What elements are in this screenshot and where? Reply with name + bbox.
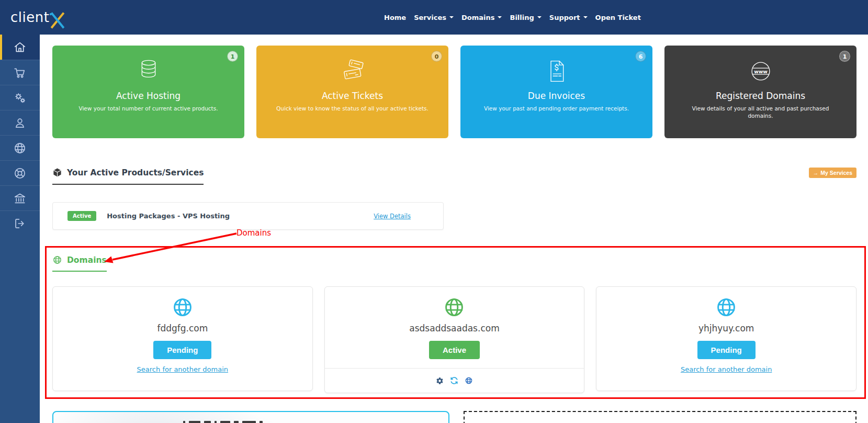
- stat-card-active-hosting[interactable]: 1 Active Hosting View your total number …: [52, 46, 244, 138]
- bank-icon: [13, 192, 27, 205]
- main-nav-menu: Home Services Domains Billing Support Op…: [384, 0, 641, 35]
- domains-section-header: Domains: [52, 255, 856, 272]
- products-section-header: Your Active Products/Services → My Servi…: [52, 168, 856, 185]
- stat-card-due-invoices[interactable]: 6 Due Invoices View your past and pendin…: [460, 46, 652, 138]
- sidebar-item-home[interactable]: [0, 35, 40, 60]
- sidebar-item-store[interactable]: [0, 60, 40, 85]
- home-icon: [13, 40, 27, 54]
- count-badge: 6: [635, 51, 646, 62]
- nav-item-billing[interactable]: Billing: [510, 14, 541, 21]
- cart-icon: [13, 66, 27, 80]
- tickets-icon: [337, 57, 368, 85]
- brand-logo[interactable]: client: [0, 7, 67, 28]
- domain-status-button[interactable]: Active: [429, 341, 480, 359]
- stat-card-registered-domains[interactable]: 1 Registered Domains View details of you…: [664, 46, 856, 138]
- domain-name: fddgfg.com: [53, 323, 312, 333]
- globe-icon: [715, 296, 738, 319]
- stat-card-subtitle: View your total number of current active…: [67, 105, 230, 112]
- products-section-title: Your Active Products/Services: [52, 168, 204, 185]
- domain-card: fddgfg.com Pending Search for another do…: [52, 286, 313, 391]
- chevron-down-icon: [449, 16, 454, 18]
- stat-card-title: Registered Domains: [664, 91, 856, 101]
- nav-item-open-ticket[interactable]: Open Ticket: [595, 14, 641, 21]
- chevron-down-icon: [537, 16, 542, 18]
- chevron-down-icon: [583, 16, 588, 18]
- www-globe-icon: [746, 57, 775, 85]
- promo-card-partial: [52, 411, 449, 423]
- status-badge: Active: [67, 211, 96, 221]
- search-another-domain-link[interactable]: Search for another domain: [596, 365, 856, 373]
- stat-card-title: Active Tickets: [256, 91, 448, 101]
- domain-card: asdsaddsaadas.com Active: [324, 286, 585, 393]
- settings-gears-icon: [13, 91, 27, 105]
- domain-status-button[interactable]: Pending: [153, 341, 211, 359]
- domain-card-footer: [325, 368, 584, 393]
- count-badge: 1: [839, 51, 850, 62]
- database-icon: [134, 57, 163, 85]
- stat-card-title: Due Invoices: [460, 91, 652, 101]
- globe-icon: [443, 296, 466, 319]
- nav-item-home[interactable]: Home: [384, 14, 406, 21]
- nav-item-services[interactable]: Services: [414, 14, 454, 21]
- dashed-placeholder-box: [464, 411, 856, 423]
- top-navbar: client Home Services Domains Billing Sup…: [0, 0, 868, 35]
- nav-item-domains[interactable]: Domains: [461, 14, 502, 21]
- stat-card-active-tickets[interactable]: 0 Active Tickets Quick view to know the …: [256, 46, 448, 138]
- cube-icon: [52, 168, 62, 177]
- support-lifering-icon: [13, 166, 27, 180]
- search-another-domain-link[interactable]: Search for another domain: [53, 365, 312, 373]
- dashboard-page: client Home Services Domains Billing Sup…: [0, 0, 868, 423]
- stat-cards-row: 1 Active Hosting View your total number …: [52, 46, 856, 138]
- domain-status-button[interactable]: Pending: [697, 341, 756, 359]
- stat-card-title: Active Hosting: [52, 91, 244, 101]
- globe-icon: [52, 255, 62, 265]
- sidebar-item-logout[interactable]: [0, 210, 40, 236]
- count-badge: 0: [431, 51, 442, 62]
- user-icon: [13, 116, 27, 130]
- domain-cards-row: fddgfg.com Pending Search for another do…: [52, 286, 856, 393]
- stat-card-subtitle: View your past and pending order payment…: [475, 105, 638, 112]
- view-details-link[interactable]: View Details: [374, 213, 411, 220]
- globe-icon: [171, 296, 194, 319]
- refresh-icon[interactable]: [450, 376, 458, 385]
- globe-icon[interactable]: [465, 376, 473, 385]
- domain-name: yhjhyuy.com: [596, 323, 856, 333]
- gear-icon[interactable]: [436, 377, 444, 385]
- sidebar-item-services[interactable]: [0, 85, 40, 110]
- count-badge: 1: [227, 51, 238, 62]
- left-sidebar: [0, 35, 40, 423]
- brand-x-icon: [48, 9, 67, 30]
- stat-card-subtitle: Quick view to know the status of all you…: [271, 105, 434, 112]
- my-services-button[interactable]: → My Services: [809, 168, 856, 178]
- cropped-text-fragment: [183, 421, 263, 423]
- domain-name: asdsaddsaadas.com: [325, 323, 584, 333]
- chevron-down-icon: [498, 16, 502, 18]
- bottom-row: [52, 411, 856, 423]
- main-content: 1 Active Hosting View your total number …: [40, 35, 868, 423]
- logout-icon: [13, 217, 27, 230]
- active-product-row: Active Hosting Packages - VPS Hosting Vi…: [52, 202, 444, 230]
- sidebar-item-account[interactable]: [0, 110, 40, 135]
- nav-item-support[interactable]: Support: [549, 14, 588, 21]
- sidebar-item-domains[interactable]: [0, 135, 40, 160]
- sidebar-item-billing[interactable]: [0, 185, 40, 210]
- invoice-icon: [543, 57, 571, 85]
- sidebar-item-support[interactable]: [0, 160, 40, 185]
- arrow-right-icon: →: [813, 170, 819, 176]
- stat-card-subtitle: View details of your all active and past…: [679, 105, 842, 119]
- globe-icon: [13, 141, 27, 155]
- domain-card: yhjhyuy.com Pending Search for another d…: [596, 286, 856, 391]
- brand-wordmark: client: [10, 9, 49, 25]
- product-name: Hosting Packages - VPS Hosting: [107, 212, 230, 220]
- domains-section-title: Domains: [52, 255, 107, 272]
